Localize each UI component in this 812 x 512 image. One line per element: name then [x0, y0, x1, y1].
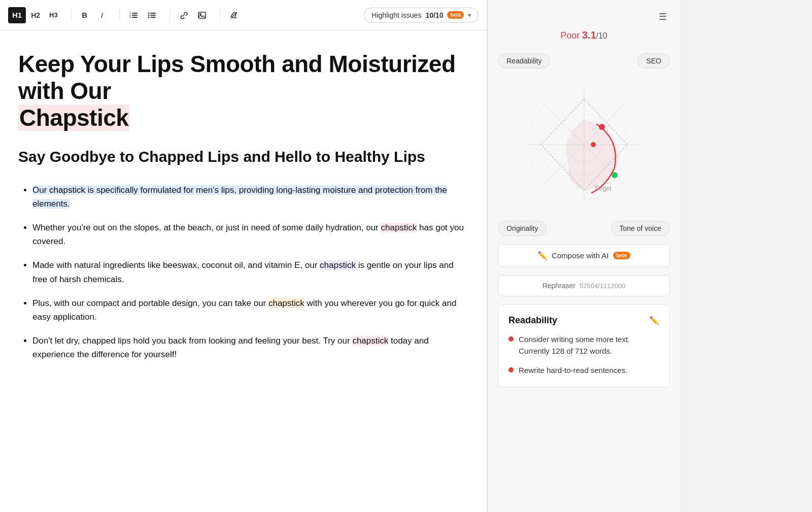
toolbar-beta-badge: beta — [447, 11, 464, 19]
toolbar-divider-3 — [170, 9, 170, 21]
menu-icon-button[interactable]: ☰ — [656, 8, 670, 25]
heading-buttons-group: H1 H2 H3 — [8, 7, 62, 23]
bullet-list: Our chapstick is specifically formulated… — [18, 178, 468, 367]
right-panel: ☰ Poor 3.1/10 Readability SEO — [487, 0, 680, 512]
compose-ai-beta-badge: beta — [613, 252, 631, 259]
issue-2-text: Rewrite hard-to-read sentences. — [519, 365, 627, 377]
score-value: 3.1 — [582, 29, 596, 41]
originality-tab[interactable]: Originality — [498, 221, 547, 236]
list-item: Our chapstick is specifically formulated… — [32, 178, 468, 216]
editor-content[interactable]: Keep Your Lips Smooth and Moisturized wi… — [0, 30, 487, 512]
radar-top-labels: Readability SEO — [498, 53, 670, 69]
list-item: Made with natural ingredients like beesw… — [32, 253, 468, 291]
bold-button[interactable]: B — [77, 7, 93, 23]
main-heading: Keep Your Lips Smooth and Moisturized wi… — [18, 51, 468, 131]
svg-point-6 — [148, 12, 149, 14]
rephraser-count: 57504/1112000 — [580, 282, 625, 290]
readability-tab[interactable]: Readability — [498, 53, 550, 69]
readability-card-title: Readability — [509, 315, 557, 326]
highlight-issues-button[interactable]: Highlight issues 10/10 beta ▾ — [364, 8, 479, 23]
toolbar-divider-1 — [71, 9, 72, 21]
italic-button[interactable]: I — [94, 7, 110, 23]
red-dot-2 — [509, 367, 514, 372]
compose-ai-label: Compose with AI — [552, 251, 609, 260]
svg-text:3: 3 — [129, 15, 131, 18]
editor-container: H1 H2 H3 B I 1 2 3 — [0, 0, 487, 512]
list-item: Plus, with our compact and portable desi… — [32, 291, 468, 329]
seo-tab[interactable]: SEO — [637, 53, 670, 69]
sub-heading: Say Goodbye to Chapped Lips and Hello to… — [18, 148, 468, 166]
compose-ai-icon: ✏️ — [537, 251, 548, 260]
chapstick-hl-pink-2: chapstick — [381, 223, 417, 232]
list-item: Whether you're out on the slopes, at the… — [32, 216, 468, 253]
svg-point-25 — [599, 124, 605, 130]
chapstick-hl-purple: chapstick — [320, 260, 356, 270]
toolbar-divider-4 — [220, 9, 220, 21]
tone-of-voice-tab[interactable]: Tone of voice — [611, 221, 670, 236]
link-button[interactable] — [175, 7, 192, 23]
toolbar: H1 H2 H3 B I 1 2 3 — [0, 0, 487, 30]
readability-issues-list: Consider writing some more text. Current… — [509, 334, 659, 377]
svg-point-26 — [591, 142, 596, 147]
toolbar-divider-2 — [119, 9, 120, 21]
readability-card: Readability ✏️ Consider writing some mor… — [498, 304, 670, 387]
rephraser-button[interactable]: Rephraser 57504/1112000 — [498, 275, 670, 296]
chapstick-hl-orange: chapstick — [268, 298, 304, 308]
score-denom: /10 — [596, 31, 607, 40]
svg-point-13 — [199, 13, 201, 15]
red-dot-1 — [509, 336, 514, 342]
issue-1-text: Consider writing some more text. Current… — [519, 334, 659, 357]
h1-button[interactable]: H1 — [8, 7, 26, 23]
edit-icon[interactable]: ✏️ — [649, 316, 659, 325]
clear-format-button[interactable] — [225, 7, 243, 23]
readability-header: Readability ✏️ — [509, 315, 659, 326]
chevron-down-icon: ▾ — [468, 12, 471, 19]
score-section: Poor 3.1/10 — [498, 29, 670, 45]
ordered-list-button[interactable]: 1 2 3 — [125, 7, 142, 23]
rephraser-label: Rephraser — [543, 282, 576, 290]
readability-issue-1: Consider writing some more text. Current… — [509, 334, 659, 357]
unordered-list-button[interactable] — [143, 7, 160, 23]
h2-button[interactable]: H2 — [27, 7, 44, 23]
highlight-count: 10/10 — [425, 11, 443, 19]
readability-issue-2: Rewrite hard-to-read sentences. — [509, 365, 659, 377]
list-buttons-group: 1 2 3 — [125, 7, 160, 23]
svg-text:Target: Target — [594, 185, 612, 192]
chapstick-highlight: Chapstick — [18, 105, 129, 131]
svg-point-8 — [148, 16, 149, 18]
highlight-issues-label: Highlight issues — [371, 11, 421, 19]
compose-ai-button[interactable]: ✏️ Compose with AI beta — [498, 244, 670, 267]
list-item: Don't let dry, chapped lips hold you bac… — [32, 329, 468, 366]
media-buttons-group — [175, 7, 211, 23]
svg-point-24 — [612, 172, 618, 178]
chapstick-hl-pink-5: chapstick — [352, 336, 388, 346]
score-label: Poor — [560, 30, 580, 41]
image-button[interactable] — [193, 7, 211, 23]
bullet1-highlight-blue: Our chapstick is specifically formulated… — [32, 185, 447, 209]
h3-button[interactable]: H3 — [45, 7, 62, 23]
text-format-group: B I — [77, 7, 110, 23]
radar-bottom-labels: Originality Tone of voice — [498, 221, 670, 236]
svg-point-7 — [148, 14, 149, 16]
radar-chart: Target — [518, 79, 650, 211]
